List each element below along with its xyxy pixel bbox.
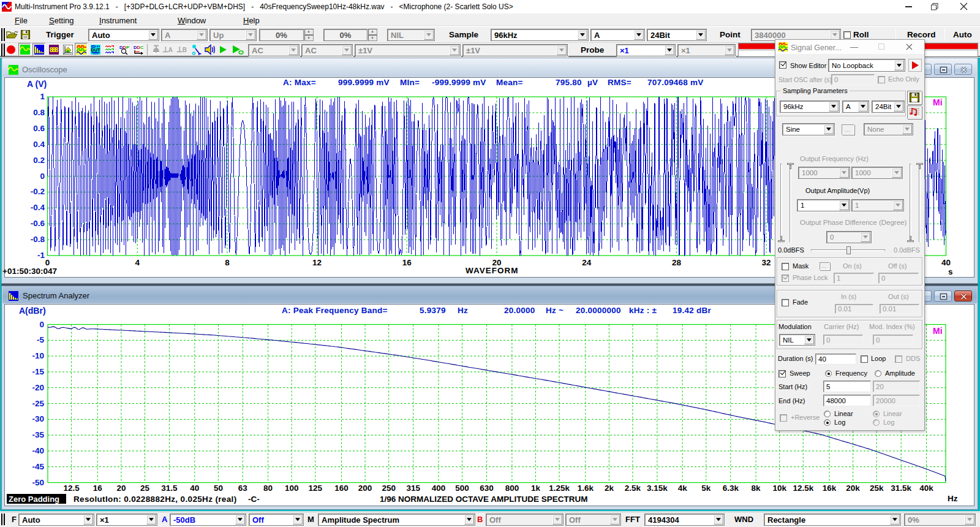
svg-text:888: 888 — [50, 46, 58, 53]
svg-text:P: P — [126, 45, 129, 50]
svg-text:000: 000 — [92, 51, 98, 55]
svg-text:C: C — [140, 45, 143, 50]
